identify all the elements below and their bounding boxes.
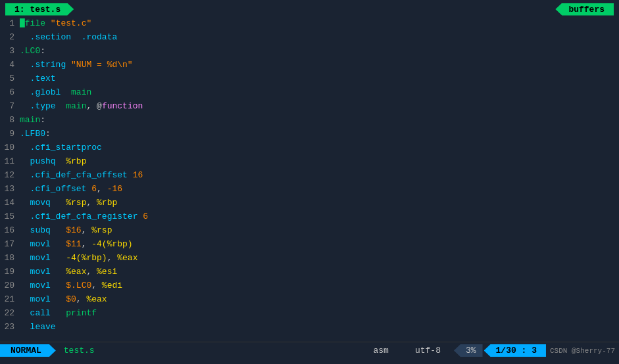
- code-line: 17 movl $11, -4(%rbp): [0, 239, 619, 253]
- line-content: movl $.LC0, %edi: [20, 281, 122, 290]
- tab-bar: 1: test.s buffers: [0, 0, 619, 18]
- active-tab[interactable]: 1: test.s: [5, 3, 74, 16]
- line-content: .type main, @function: [20, 101, 143, 111]
- code-line: 2 .section .rodata: [0, 32, 619, 46]
- code-line: 3.LC0:: [0, 46, 619, 60]
- percent-status: 3%: [454, 344, 483, 357]
- line-col-status: 1/30 : 3: [484, 344, 546, 357]
- filename-status: test.s: [56, 346, 360, 355]
- code-line: 1█file "test.c": [0, 18, 619, 32]
- code-line: 10 .cfi_startproc: [0, 143, 619, 156]
- line-number: 11: [0, 156, 20, 166]
- line-content: .globl main: [20, 87, 91, 97]
- line-number: 15: [0, 212, 20, 221]
- code-line: 21 movl $0, %eax: [0, 294, 619, 308]
- code-line: 6 .globl main: [0, 87, 619, 101]
- code-line: 13 .cfi_offset 6, -16: [0, 184, 619, 198]
- line-content: movl -4(%rbp), %eax: [20, 253, 137, 263]
- code-line: 18 movl -4(%rbp), %eax: [0, 253, 619, 267]
- line-content: subq $16, %rsp: [20, 225, 112, 235]
- status-bar: NORMAL test.s asm utf-8 3% 1/30 : 3 CSDN…: [0, 342, 619, 359]
- code-line: 12 .cfi_def_cfa_offset 16: [0, 170, 619, 184]
- line-content: .LFB0:: [20, 129, 51, 139]
- line-content: pushq %rbp: [20, 156, 86, 166]
- line-number: 5: [0, 74, 20, 83]
- line-content: .text: [20, 74, 56, 83]
- code-line: 9.LFB0:: [0, 129, 619, 143]
- watermark: CSDN @Sherry-77: [546, 347, 619, 355]
- line-number: 18: [0, 253, 20, 263]
- line-number: 6: [0, 87, 20, 97]
- code-line: 5 .text: [0, 74, 619, 87]
- line-content: .LC0:: [20, 46, 45, 56]
- line-number: 1: [0, 18, 20, 28]
- code-line: 20 movl $.LC0, %edi: [0, 281, 619, 294]
- line-content: movl $11, -4(%rbp): [20, 239, 133, 249]
- code-line: 7 .type main, @function: [0, 101, 619, 115]
- code-line: 19 movl %eax, %esi: [0, 267, 619, 281]
- line-content: .cfi_offset 6, -16: [20, 184, 122, 194]
- line-content: █file "test.c": [20, 18, 91, 28]
- encoding-status: utf-8: [402, 346, 454, 355]
- code-line: 4 .string "NUM = %d\n": [0, 60, 619, 74]
- code-line: 16 subq $16, %rsp: [0, 225, 619, 239]
- line-content: movl %eax, %esi: [20, 267, 117, 277]
- code-line: 14 movq %rsp, %rbp: [0, 198, 619, 212]
- line-number: 17: [0, 239, 20, 249]
- line-content: leave: [20, 322, 56, 332]
- line-number: 13: [0, 184, 20, 194]
- line-number: 2: [0, 32, 20, 42]
- code-line: 23 leave: [0, 322, 619, 336]
- line-number: 16: [0, 225, 20, 235]
- line-content: .section .rodata: [20, 32, 117, 42]
- mode-indicator: NORMAL: [0, 344, 56, 357]
- line-content: call printf: [20, 308, 97, 318]
- line-number: 4: [0, 60, 20, 70]
- line-number: 8: [0, 115, 20, 125]
- buffers-button[interactable]: buffers: [555, 3, 614, 16]
- line-content: movq %rsp, %rbp: [20, 198, 117, 208]
- line-content: main:: [20, 115, 45, 125]
- line-number: 9: [0, 129, 20, 139]
- line-number: 22: [0, 308, 20, 318]
- code-line: 22 call printf: [0, 308, 619, 322]
- line-number: 10: [0, 143, 20, 152]
- code-line: 15 .cfi_def_cfa_register 6: [0, 212, 619, 225]
- line-number: 23: [0, 322, 20, 332]
- line-number: 12: [0, 170, 20, 180]
- position-area: 3% 1/30 : 3: [454, 344, 546, 357]
- line-content: .cfi_def_cfa_offset 16: [20, 170, 143, 180]
- line-number: 14: [0, 198, 20, 208]
- code-line: 11 pushq %rbp: [0, 156, 619, 170]
- line-number: 3: [0, 46, 20, 56]
- line-number: 19: [0, 267, 20, 277]
- line-content: .cfi_startproc: [20, 143, 102, 152]
- line-content: movl $0, %eax: [20, 294, 107, 304]
- line-number: 21: [0, 294, 20, 304]
- line-number: 20: [0, 281, 20, 290]
- line-content: .cfi_def_cfa_register 6: [20, 212, 148, 221]
- line-content: .string "NUM = %d\n": [20, 60, 133, 70]
- code-line: 8main:: [0, 115, 619, 129]
- filetype-status: asm: [360, 346, 402, 355]
- code-area: 1█file "test.c"2 .section .rodata3.LC0:4…: [0, 18, 619, 342]
- line-number: 7: [0, 101, 20, 111]
